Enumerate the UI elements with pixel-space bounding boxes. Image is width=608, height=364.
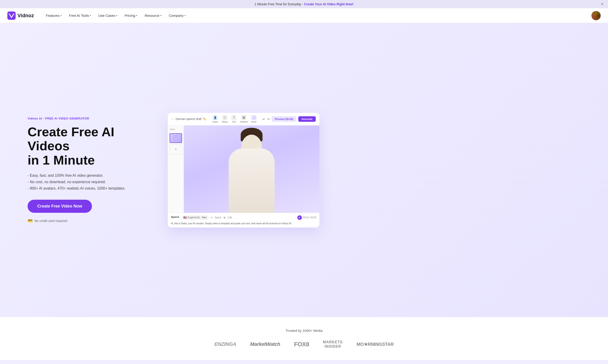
chevron-down-icon: ▾ xyxy=(160,14,162,17)
create-free-video-button[interactable]: Create Free Video Now xyxy=(27,200,92,213)
banner-close-button[interactable]: × xyxy=(601,2,603,6)
speed-control-icon[interactable]: ⊞ xyxy=(224,216,225,219)
speech-timer: ▶ 00:03 / 00:08 xyxy=(297,215,316,220)
nav-item-company[interactable]: Company ▾ xyxy=(166,12,188,19)
tool-music[interactable]: ♪ Music xyxy=(251,115,257,123)
logo-benzinga: ENZINGA xyxy=(214,341,236,347)
avatar-image xyxy=(592,11,601,20)
trusted-title: Trusted by 1000+ Media xyxy=(18,329,590,333)
logo-markets-insider: MARKETSINSIDER xyxy=(323,340,343,349)
slide-thumbnail-content xyxy=(173,135,179,141)
preview-button[interactable]: Preview (26:55) xyxy=(272,116,297,122)
nav-link-pricing[interactable]: Pricing ▾ xyxy=(122,12,140,19)
nav-item-use-cases[interactable]: Use Cases ▾ xyxy=(96,12,120,19)
tool-text[interactable]: T Text xyxy=(231,115,236,123)
nav-item-resource[interactable]: Resource ▾ xyxy=(142,12,164,19)
mockup-body: Slides + xyxy=(168,126,319,213)
media-logos: ENZINGA MarketWatch FOX8 MARKETSINSIDER … xyxy=(18,340,590,349)
undo-button[interactable]: ↩ xyxy=(262,117,265,121)
feature-item: - 900+ AI avatars, 470+ realistic AI voi… xyxy=(27,186,154,191)
mockup-tools: 👤 Avatar ⬡ Shape T Text 🖼 Material xyxy=(212,115,257,123)
text-tool-icon: T xyxy=(231,115,236,120)
logo[interactable]: Vidnoz xyxy=(7,12,34,20)
edit-icon: ✏️ xyxy=(203,117,206,121)
hero-left: Vidnoz AI - FREE AI VIDEO GENERATOR Crea… xyxy=(27,117,154,224)
nav-link-use-cases[interactable]: Use Cases ▾ xyxy=(96,12,120,19)
mockup-canvas xyxy=(184,126,319,213)
nav-link-company[interactable]: Company ▾ xyxy=(166,12,188,19)
svg-rect-0 xyxy=(7,12,16,20)
avatar-tool-icon: 👤 xyxy=(213,115,218,120)
chevron-down-icon: ▾ xyxy=(116,14,117,17)
nav-link-free-ai-tools[interactable]: Free AI Tools ▾ xyxy=(66,12,94,19)
add-slide-button[interactable]: + xyxy=(169,145,182,155)
generate-button[interactable]: Generate xyxy=(298,116,316,122)
nav-item-pricing[interactable]: Pricing ▾ xyxy=(122,12,140,19)
hero-tag: Vidnoz AI - FREE AI VIDEO GENERATOR xyxy=(27,117,154,120)
tool-shape[interactable]: ⬡ Shape xyxy=(222,115,228,123)
nav-item-features[interactable]: Features ▾ xyxy=(43,12,64,19)
trusted-section: Trusted by 1000+ Media ENZINGA MarketWat… xyxy=(0,317,608,360)
music-tool-icon: ♪ xyxy=(251,115,257,120)
app-mockup: ← German speech draft ✏️ 👤 Avatar ⬡ Shap… xyxy=(168,113,319,228)
logo-icon xyxy=(7,12,16,20)
hero-section: Vidnoz AI - FREE AI VIDEO GENERATOR Crea… xyxy=(0,23,608,317)
feature-item: - Easy, fast, and 100% free AI video gen… xyxy=(27,173,154,178)
material-tool-icon: 🖼 xyxy=(241,115,246,120)
speech-controls: Speech 🇺🇸 English(US) - Mike ≡ Speed ⊞ 1… xyxy=(171,215,316,220)
banner-text: 1 Minute Free Time for Everyday - xyxy=(255,2,303,6)
speech-text: Hi, this is Stella, your AI narrator. Si… xyxy=(171,222,316,225)
hero-right: ← German speech draft ✏️ 👤 Avatar ⬡ Shap… xyxy=(168,113,319,228)
no-credit-notice: 💳 No credit card required xyxy=(27,218,154,223)
logo-morningstar: MO★RNINGSTAR xyxy=(356,341,394,347)
feature-item: - No cost, no download, no experience re… xyxy=(27,180,154,184)
logo-fox8: FOX8 xyxy=(294,341,309,348)
mockup-toolbar: ← German speech draft ✏️ 👤 Avatar ⬡ Shap… xyxy=(168,113,319,126)
logo-text: Vidnoz xyxy=(17,13,34,19)
banner-link[interactable]: Create Your AI Video Right Now! xyxy=(304,2,353,6)
navigation: Vidnoz Features ▾ Free AI Tools ▾ Use Ca… xyxy=(0,8,608,23)
chevron-down-icon: ▾ xyxy=(90,14,91,17)
chevron-down-icon: ▾ xyxy=(136,14,137,17)
tool-avatar[interactable]: 👤 Avatar xyxy=(212,115,218,123)
avatar-figure xyxy=(222,135,282,213)
nav-links: Features ▾ Free AI Tools ▾ Use Cases ▾ P… xyxy=(43,12,592,19)
nav-link-features[interactable]: Features ▾ xyxy=(43,12,64,19)
credit-card-icon: 💳 xyxy=(27,218,33,223)
mockup-speech: Speech 🇺🇸 English(US) - Mike ≡ Speed ⊞ 1… xyxy=(168,213,319,228)
cta-area: Create Free Video Now 💳 No credit card r… xyxy=(27,200,154,223)
back-arrow-icon: ← xyxy=(171,117,174,121)
nav-link-resource[interactable]: Resource ▾ xyxy=(142,12,164,19)
hero-features: - Easy, fast, and 100% free AI video gen… xyxy=(27,173,154,191)
logo-marketwatch: MarketWatch xyxy=(250,341,280,347)
avatar-body xyxy=(229,148,275,213)
nav-item-free-ai-tools[interactable]: Free AI Tools ▾ xyxy=(66,12,94,19)
slide-thumbnail[interactable] xyxy=(169,133,182,143)
speech-language-selector[interactable]: 🇺🇸 English(US) - Mike xyxy=(181,215,209,220)
chevron-down-icon: ▾ xyxy=(60,14,62,17)
chevron-down-icon: ▾ xyxy=(184,14,186,17)
shape-tool-icon: ⬡ xyxy=(222,115,227,120)
avatar[interactable] xyxy=(592,11,601,20)
speech-icon: ≡ xyxy=(211,216,212,219)
mockup-actions: ↩ ↪ Preview (26:55) Generate xyxy=(262,116,316,122)
play-button[interactable]: ▶ xyxy=(297,215,302,220)
hero-title: Create Free AI Videos in 1 Minute xyxy=(27,125,154,167)
tool-material[interactable]: 🖼 Material xyxy=(240,115,247,123)
mockup-back: ← German speech draft ✏️ xyxy=(171,117,206,121)
flag-icon: 🇺🇸 xyxy=(183,216,187,219)
mockup-sidebar: Slides + xyxy=(168,126,184,213)
speech-speed-label: Speed xyxy=(215,216,221,219)
top-banner: 1 Minute Free Time for Everyday - Create… xyxy=(0,0,608,8)
redo-button[interactable]: ↪ xyxy=(267,117,270,121)
